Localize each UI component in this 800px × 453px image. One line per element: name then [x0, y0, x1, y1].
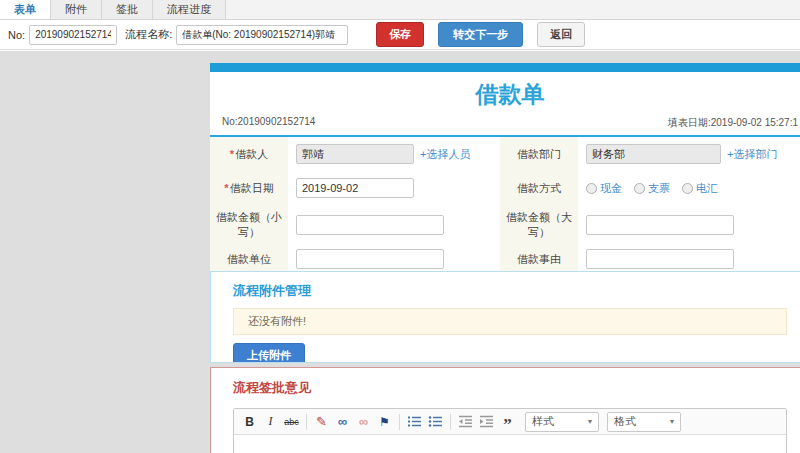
form-meta-row: No:20190902152714 填表日期:2019-09-02 15:27:… — [210, 112, 800, 137]
loan-reason-input[interactable] — [586, 249, 734, 269]
attachment-panel-heading: 流程附件管理 — [233, 282, 787, 300]
select-person-link[interactable]: +选择人员 — [420, 147, 470, 162]
loan-reason-value-cell — [578, 245, 800, 273]
tab-process-progress[interactable]: 流程进度 — [153, 0, 226, 19]
department-value-cell: +选择部门 — [578, 137, 800, 171]
no-input[interactable] — [29, 25, 117, 45]
back-button[interactable]: 返回 — [537, 22, 585, 47]
radio-icon — [586, 183, 597, 194]
loan-form-screen: 表单 附件 签批 流程进度 No: 流程名称: 保存 转交下一步 返回 借款单 … — [0, 0, 800, 453]
chevron-down-icon: ▾ — [588, 417, 592, 426]
link-icon[interactable]: ∞ — [333, 412, 352, 431]
select-department-link[interactable]: +选择部门 — [727, 147, 777, 162]
approval-comments-panel: 流程签批意见 B I abc ✎ ∞ ∞ ⚑ — [210, 367, 800, 453]
forward-next-step-button[interactable]: 转交下一步 — [438, 22, 523, 47]
outdent-icon[interactable] — [456, 412, 475, 431]
anchor-flag-icon[interactable]: ⚑ — [375, 412, 394, 431]
loan-form-panel: 借款单 No:20190902152714 填表日期:2019-09-02 15… — [210, 63, 800, 276]
amount-uppercase-label: 借款金额（大写） — [500, 205, 578, 245]
format-dropdown[interactable]: 格式 ▾ — [607, 412, 681, 432]
radio-icon — [682, 183, 693, 194]
borrower-input[interactable] — [296, 144, 414, 164]
upload-attachment-button[interactable]: 上传附件 — [233, 343, 305, 363]
editor-toolbar: B I abc ✎ ∞ ∞ ⚑ — [234, 409, 786, 435]
radio-icon — [634, 183, 645, 194]
loan-unit-label: 借款单位 — [210, 245, 288, 273]
amount-uppercase-value-cell — [578, 205, 800, 245]
loan-unit-input[interactable] — [296, 249, 444, 269]
editor-content-area[interactable] — [234, 435, 786, 453]
unlink-icon[interactable]: ∞ — [354, 412, 373, 431]
department-input[interactable] — [586, 144, 721, 164]
bold-icon[interactable]: B — [240, 412, 259, 431]
loan-method-label: 借款方式 — [500, 171, 578, 205]
no-label: No: — [8, 29, 25, 41]
toolbar-separator — [306, 414, 307, 430]
italic-icon[interactable]: I — [261, 412, 280, 431]
department-label: 借款部门 — [500, 137, 578, 171]
ordered-list-icon[interactable] — [405, 412, 424, 431]
amount-uppercase-input[interactable] — [586, 215, 734, 235]
toolbar-separator — [450, 414, 451, 430]
toolbar-separator — [399, 414, 400, 430]
payment-cheque-radio[interactable]: 支票 — [634, 181, 670, 196]
amount-lowercase-label: 借款金额（小写） — [210, 205, 288, 245]
save-button[interactable]: 保存 — [376, 22, 424, 47]
form-fill-date-text: 填表日期:2019-09-02 15:27:1 — [668, 116, 798, 130]
action-toolbar: No: 流程名称: 保存 转交下一步 返回 — [0, 20, 800, 50]
content-area: 借款单 No:20190902152714 填表日期:2019-09-02 15… — [0, 51, 800, 453]
form-title: 借款单 — [210, 72, 800, 112]
rich-text-editor: B I abc ✎ ∞ ∞ ⚑ — [233, 408, 787, 453]
payment-cash-radio[interactable]: 现金 — [586, 181, 622, 196]
required-mark: * — [224, 182, 228, 194]
amount-lowercase-input[interactable] — [296, 215, 444, 235]
loan-method-value-cell: 现金 支票 电汇 — [578, 171, 800, 205]
form-number-text: No:20190902152714 — [222, 116, 315, 130]
tab-approval[interactable]: 签批 — [102, 0, 153, 19]
loan-reason-label: 借款事由 — [500, 245, 578, 273]
indent-icon[interactable] — [477, 412, 496, 431]
panel-top-accent-bar — [210, 63, 800, 72]
chevron-down-icon: ▾ — [670, 417, 674, 426]
remove-format-icon[interactable]: ✎ — [312, 412, 331, 431]
unordered-list-icon[interactable] — [426, 412, 445, 431]
payment-wire-radio[interactable]: 电汇 — [682, 181, 718, 196]
loan-date-input[interactable] — [296, 178, 414, 198]
no-attachment-alert: 还没有附件! — [233, 308, 787, 335]
borrower-label: * 借款人 — [210, 137, 288, 171]
borrower-value-cell: +选择人员 — [288, 137, 500, 171]
loan-unit-value-cell — [288, 245, 500, 273]
tab-bar: 表单 附件 签批 流程进度 — [0, 0, 800, 20]
tab-attachments[interactable]: 附件 — [51, 0, 102, 19]
blockquote-icon[interactable]: ” — [498, 412, 517, 431]
approval-panel-heading: 流程签批意见 — [233, 379, 787, 397]
tab-form[interactable]: 表单 — [0, 0, 51, 19]
process-name-input[interactable] — [176, 25, 348, 45]
strikethrough-icon[interactable]: abc — [282, 412, 301, 431]
amount-lowercase-value-cell — [288, 205, 500, 245]
process-name-label: 流程名称: — [125, 27, 172, 42]
required-mark: * — [230, 148, 234, 160]
attachment-management-panel: 流程附件管理 还没有附件! 上传附件 — [210, 271, 800, 363]
loan-form-grid: * 借款人 +选择人员 借款部门 +选择部门 * 借款日期 — [210, 137, 800, 276]
styles-dropdown[interactable]: 样式 ▾ — [525, 412, 599, 432]
loan-date-value-cell — [288, 171, 500, 205]
loan-date-label: * 借款日期 — [210, 171, 288, 205]
